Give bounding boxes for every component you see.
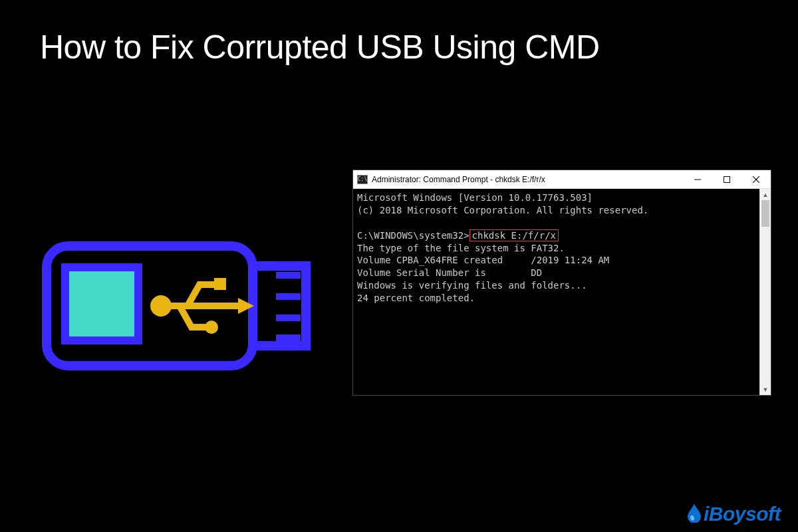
svg-rect-13	[724, 176, 730, 182]
cmd-output-line: DD	[531, 267, 542, 278]
scroll-up-icon[interactable]: ▲	[760, 189, 771, 200]
logo-drop-icon	[686, 503, 702, 523]
cmd-output-line: 24 percent completed.	[357, 293, 475, 303]
window-titlebar[interactable]: C:\ Administrator: Command Prompt - chkd…	[353, 170, 771, 189]
cmd-line-version: Microsoft Windows [Version 10.0.17763.50…	[357, 192, 593, 203]
cmd-output-line: Volume Serial Number is	[357, 267, 491, 278]
terminal-output[interactable]: Microsoft Windows [Version 10.0.17763.50…	[353, 189, 759, 395]
usb-drive-icon	[40, 233, 313, 379]
maximize-button[interactable]	[712, 170, 741, 188]
brand-logo: iBoysoft	[686, 503, 781, 525]
cmd-output-line: /2019 11:24 AM	[531, 255, 609, 265]
cmd-output-line: Volume CPBA_X64FRE created	[357, 255, 509, 265]
cmd-line-copyright: (c) 2018 Microsoft Corporation. All righ…	[357, 205, 648, 215]
close-button[interactable]	[741, 170, 771, 188]
cmd-output-line: The type of the file system is FAT32.	[357, 243, 565, 253]
minimize-button[interactable]	[683, 170, 712, 188]
scrollbar-thumb[interactable]	[761, 200, 769, 227]
scroll-down-icon[interactable]: ▼	[760, 384, 771, 395]
cmd-app-icon: C:\	[357, 175, 368, 184]
highlighted-command: chkdsk E:/f/r/x	[469, 229, 559, 242]
window-title-text: Administrator: Command Prompt - chkdsk E…	[372, 175, 683, 184]
svg-point-11	[205, 321, 218, 334]
scrollbar[interactable]: ▲ ▼	[759, 189, 771, 395]
cmd-prompt: C:\WINDOWS\system32>	[357, 230, 469, 241]
logo-text: iBoysoft	[704, 503, 781, 525]
svg-rect-6	[65, 267, 138, 340]
cmd-output-line: Windows is verifying files and folders..…	[357, 280, 587, 291]
page-title: How to Fix Corrupted USB Using CMD	[40, 28, 600, 67]
command-prompt-window: C:\ Administrator: Command Prompt - chkd…	[352, 170, 771, 396]
svg-rect-10	[214, 278, 226, 290]
